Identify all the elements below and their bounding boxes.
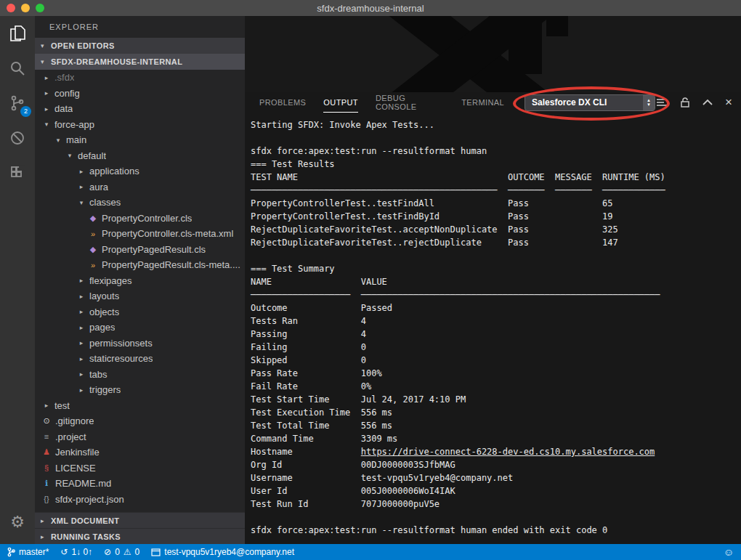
tree-item-label: PropertyPagedResult.cls-meta.... [102,259,240,270]
chevron-down-icon: ▾ [41,42,51,49]
tree-file-sfdx-project-json[interactable]: {}sfdx-project.json [35,492,245,508]
tree-folder-objects[interactable]: ▸objects [35,304,245,320]
project-section-header[interactable]: ▾ SFDX-DREAMHOUSE-INTERNAL [35,54,245,70]
settings-gear-icon[interactable]: ⚙ [0,505,35,540]
output-line: Skipped 0 [251,354,741,367]
chevron-right-icon: ▸ [76,324,87,331]
tree-item-label: .sfdx [54,72,74,83]
output-channel-select[interactable]: Salesforce DX CLI [525,94,655,111]
tree-item-label: tabs [89,369,108,380]
tree-folder-applications[interactable]: ▸applications [35,163,245,179]
tree-file-license[interactable]: §LICENSE [35,460,245,476]
output-line: Hostname https://drive-connect-6228-dev-… [251,445,741,458]
clear-output-button[interactable] [655,97,668,108]
output-line: User Id 005J0000006WoI4IAK [251,484,741,498]
tree-folder-flexipages[interactable]: ▸flexipages [35,273,245,289]
default-org-item[interactable]: test-vpqu5v1ryeb4@company.net [151,547,294,557]
zoom-window-button[interactable] [36,4,44,12]
tree-folder-triggers[interactable]: ▸triggers [35,382,245,398]
tree-item-label: data [54,103,73,114]
tree-folder-main[interactable]: ▾main [35,132,245,148]
hostname-link[interactable]: https://drive-connect-6228-dev-ed.cs10.m… [361,447,655,457]
chevron-right-icon: ▸ [76,386,87,394]
tree-item-label: staticresources [89,353,153,364]
tree-file-gitignore[interactable]: ⊙.gitignore [35,413,245,429]
explorer-icon[interactable] [0,16,35,51]
tree-item-label: aura [89,182,108,192]
git-icon: ⊙ [41,416,52,426]
tree-folder-layouts[interactable]: ▸layouts [35,288,245,304]
output-log[interactable]: Starting SFDX: Invoke Apex Tests... sfdx… [245,113,741,544]
tree-item-label: PropertyController.cls [102,213,192,224]
search-icon[interactable] [0,51,35,86]
maximize-panel-button[interactable] [702,98,713,107]
tree-folder-pages[interactable]: ▸pages [35,320,245,336]
output-line: ─────────────────── ────────────────────… [251,288,741,301]
output-line: Passing 4 [251,328,741,341]
tree-folder-sfdx[interactable]: ▸.sfdx [35,70,245,86]
output-line: Test Total Time 556 ms [251,419,741,432]
tree-folder-config[interactable]: ▸config [35,86,245,102]
tree-folder-permissionsets[interactable]: ▸permissionsets [35,336,245,352]
panel-tab-terminal[interactable]: TERMINAL [461,92,504,113]
tree-file-propertycontroller-cls[interactable]: ◆PropertyController.cls [35,211,245,227]
close-window-button[interactable] [7,4,15,12]
list-icon: ≡ [41,432,52,441]
output-line: Fail Rate 0% [251,380,741,393]
output-line [251,511,741,524]
activity-bar: 2 ⚙ [0,16,35,544]
explorer-sidebar: EXPLORER ▾ OPEN EDITORS ▾ SFDX-DREAMHOUS… [35,16,245,544]
output-line: === Test Summary [251,262,741,275]
open-editors-header[interactable]: ▾ OPEN EDITORS [35,38,245,54]
feedback-smiley-icon[interactable]: ☺ [724,546,734,558]
tree-file-propertycontroller-cls-meta-xml[interactable]: »PropertyController.cls-meta.xml [35,226,245,242]
panel-tab-problems[interactable]: PROBLEMS [259,92,306,113]
tree-folder-classes[interactable]: ▾classes [35,195,245,211]
tree-folder-default[interactable]: ▾default [35,148,245,164]
tree-folder-staticresources[interactable]: ▸staticresources [35,351,245,367]
output-line: sfdx force:apex:test:run --resultformat … [251,524,741,537]
apex-class-icon: ◆ [87,245,99,254]
sync-item[interactable]: ↺ 1↓ 0↑ [60,547,92,557]
chevron-right-icon: ▸ [76,339,87,346]
debug-icon[interactable] [0,121,35,155]
tree-folder-test[interactable]: ▸test [35,398,245,414]
tree-item-label: config [54,88,80,99]
extensions-icon[interactable] [0,155,35,190]
chevron-right-icon: ▸ [41,533,51,540]
tree-file-project[interactable]: ≡.project [35,429,245,445]
scroll-lock-button[interactable] [680,97,690,108]
output-line: Tests Ran 4 [251,315,741,328]
output-line: RejectDuplicateFavoriteTest..rejectDupli… [251,236,741,249]
problems-item[interactable]: ⊘ 0 ⚠ 0 [104,547,139,557]
tree-file-propertypagedresult-cls-meta[interactable]: »PropertyPagedResult.cls-meta.... [35,257,245,273]
source-control-icon[interactable]: 2 [0,86,35,121]
chevron-right-icon: ▸ [76,183,87,190]
chevron-right-icon: ▸ [76,355,87,362]
tree-item-label: README.md [55,478,111,489]
chevron-right-icon: ▸ [41,74,52,81]
branch-icon [7,547,15,557]
minimize-window-button[interactable] [21,4,30,12]
json-icon: {} [41,495,52,503]
sidebar-title: EXPLORER [35,16,245,38]
tree-folder-aura[interactable]: ▸aura [35,179,245,195]
panel-tab-output[interactable]: OUTPUT [323,92,358,113]
tree-file-jenkinsfile[interactable]: ♟Jenkinsfile [35,445,245,460]
tree-folder-force-app[interactable]: ▾force-app [35,117,245,133]
empty-editor [245,16,741,92]
close-panel-button[interactable]: × [725,97,732,108]
running-tasks-header[interactable]: ▸ RUNNING TASKS [35,528,245,544]
panel-tab-debug-console[interactable]: DEBUG CONSOLE [376,92,444,113]
error-icon: ⊘ [104,547,111,557]
tree-folder-tabs[interactable]: ▸tabs [35,367,245,383]
chevron-right-icon: ▸ [41,517,51,524]
tree-item-label: triggers [89,384,121,395]
chevron-down-icon: ▾ [76,199,87,206]
tree-file-propertypagedresult-cls[interactable]: ◆PropertyPagedResult.cls [35,242,245,258]
tree-file-readme-md[interactable]: ℹREADME.md [35,476,245,492]
git-branch-item[interactable]: master* [7,547,49,557]
chevron-right-icon: ▸ [76,308,87,315]
tree-folder-data[interactable]: ▸data [35,101,245,117]
xml-document-header[interactable]: ▸ XML DOCUMENT [35,512,245,528]
